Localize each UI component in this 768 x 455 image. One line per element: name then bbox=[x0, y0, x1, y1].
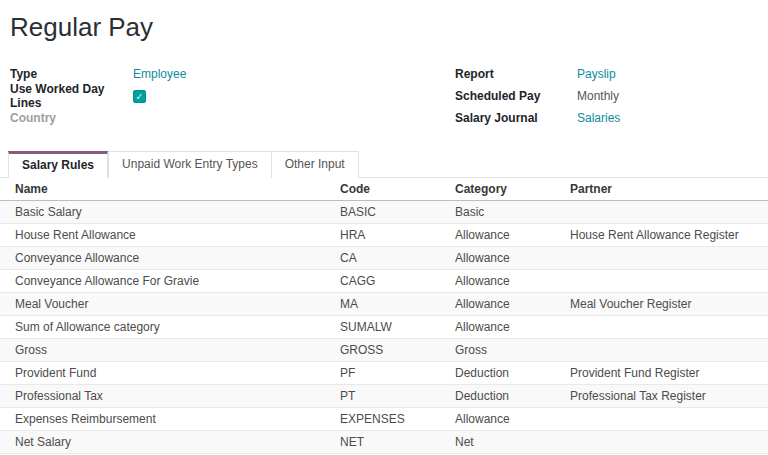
cell-name: Expenses Reimbursement bbox=[0, 408, 340, 431]
type-label: Type bbox=[10, 67, 133, 81]
cell-partner bbox=[570, 408, 768, 431]
table-row[interactable]: Basic Salary BASIC Basic bbox=[0, 201, 768, 224]
cell-name: Conveyance Allowance For Gravie bbox=[0, 270, 340, 293]
tab-unpaid-work-entry-types[interactable]: Unpaid Work Entry Types bbox=[108, 151, 272, 178]
field-use-worked-day-lines: Use Worked Day Lines ✓ bbox=[10, 85, 384, 107]
table-row[interactable]: Gross GROSS Gross bbox=[0, 339, 768, 362]
table-row[interactable]: Expenses Reimbursement EXPENSES Allowanc… bbox=[0, 408, 768, 431]
cell-code: HRA bbox=[340, 224, 455, 247]
cell-code: PF bbox=[340, 362, 455, 385]
cell-category: Basic bbox=[455, 201, 570, 224]
cell-partner: House Rent Allowance Register bbox=[570, 224, 768, 247]
cell-name: Gross bbox=[0, 339, 340, 362]
cell-category: Allowance bbox=[455, 408, 570, 431]
report-value-link[interactable]: Payslip bbox=[577, 67, 616, 81]
use-worked-day-lines-checkbox[interactable]: ✓ bbox=[133, 90, 146, 103]
cell-partner bbox=[570, 270, 768, 293]
cell-category: Allowance bbox=[455, 224, 570, 247]
cell-partner: Meal Voucher Register bbox=[570, 293, 768, 316]
cell-code: PT bbox=[340, 385, 455, 408]
column-header-category[interactable]: Category bbox=[455, 178, 570, 201]
field-group: Type Employee Use Worked Day Lines ✓ Cou… bbox=[0, 63, 768, 129]
form-sheet: Regular Pay Type Employee Use Worked Day… bbox=[0, 10, 768, 454]
type-value-link[interactable]: Employee bbox=[133, 67, 186, 81]
table-row[interactable]: Professional Tax PT Deduction Profession… bbox=[0, 385, 768, 408]
cell-code: CA bbox=[340, 247, 455, 270]
cell-partner: Provident Fund Register bbox=[570, 362, 768, 385]
cell-name: Conveyance Allowance bbox=[0, 247, 340, 270]
cell-name: House Rent Allowance bbox=[0, 224, 340, 247]
field-report: Report Payslip bbox=[455, 63, 758, 85]
cell-partner bbox=[570, 431, 768, 454]
salary-journal-label: Salary Journal bbox=[455, 111, 577, 125]
cell-category: Deduction bbox=[455, 362, 570, 385]
tab-other-input[interactable]: Other Input bbox=[272, 151, 359, 178]
page-title: Regular Pay bbox=[10, 10, 768, 44]
cell-name: Professional Tax bbox=[0, 385, 340, 408]
field-scheduled-pay: Scheduled Pay Monthly bbox=[455, 85, 758, 107]
cell-partner bbox=[570, 339, 768, 362]
field-group-right: Report Payslip Scheduled Pay Monthly Sal… bbox=[384, 63, 758, 129]
cell-name: Net Salary bbox=[0, 431, 340, 454]
cell-name: Meal Voucher bbox=[0, 293, 340, 316]
cell-category: Allowance bbox=[455, 247, 570, 270]
cell-category: Net bbox=[455, 431, 570, 454]
cell-code: CAGG bbox=[340, 270, 455, 293]
report-label: Report bbox=[455, 67, 577, 81]
scheduled-pay-value: Monthly bbox=[577, 89, 619, 103]
field-country: Country bbox=[10, 107, 384, 129]
tab-salary-rules[interactable]: Salary Rules bbox=[8, 151, 108, 178]
cell-partner bbox=[570, 247, 768, 270]
cell-name: Basic Salary bbox=[0, 201, 340, 224]
cell-code: MA bbox=[340, 293, 455, 316]
salary-rules-table: Name Code Category Partner Basic Salary … bbox=[0, 178, 768, 454]
table-row[interactable]: Meal Voucher MA Allowance Meal Voucher R… bbox=[0, 293, 768, 316]
table-row[interactable]: Conveyance Allowance CA Allowance bbox=[0, 247, 768, 270]
table-row[interactable]: House Rent Allowance HRA Allowance House… bbox=[0, 224, 768, 247]
cell-category: Allowance bbox=[455, 293, 570, 316]
cell-code: NET bbox=[340, 431, 455, 454]
field-group-left: Type Employee Use Worked Day Lines ✓ Cou… bbox=[10, 63, 384, 129]
cell-name: Sum of Allowance category bbox=[0, 316, 340, 339]
country-label: Country bbox=[10, 111, 133, 125]
column-header-partner[interactable]: Partner bbox=[570, 178, 768, 201]
column-header-name[interactable]: Name bbox=[0, 178, 340, 201]
cell-category: Allowance bbox=[455, 270, 570, 293]
use-worked-day-lines-label: Use Worked Day Lines bbox=[10, 82, 133, 110]
field-salary-journal: Salary Journal Salaries bbox=[455, 107, 758, 129]
cell-code: EXPENSES bbox=[340, 408, 455, 431]
salary-journal-value-link[interactable]: Salaries bbox=[577, 111, 620, 125]
table-row[interactable]: Net Salary NET Net bbox=[0, 431, 768, 454]
notebook-tabs: Salary Rules Unpaid Work Entry Types Oth… bbox=[0, 150, 768, 178]
table-row[interactable]: Provident Fund PF Deduction Provident Fu… bbox=[0, 362, 768, 385]
cell-category: Allowance bbox=[455, 316, 570, 339]
scheduled-pay-label: Scheduled Pay bbox=[455, 89, 577, 103]
cell-partner bbox=[570, 201, 768, 224]
cell-name: Provident Fund bbox=[0, 362, 340, 385]
cell-category: Gross bbox=[455, 339, 570, 362]
cell-partner: Professional Tax Register bbox=[570, 385, 768, 408]
column-header-code[interactable]: Code bbox=[340, 178, 455, 201]
cell-code: BASIC bbox=[340, 201, 455, 224]
cell-category: Deduction bbox=[455, 385, 570, 408]
table-row[interactable]: Conveyance Allowance For Gravie CAGG All… bbox=[0, 270, 768, 293]
cell-code: GROSS bbox=[340, 339, 455, 362]
table-header-row: Name Code Category Partner bbox=[0, 178, 768, 201]
table-row[interactable]: Sum of Allowance category SUMALW Allowan… bbox=[0, 316, 768, 339]
cell-code: SUMALW bbox=[340, 316, 455, 339]
cell-partner bbox=[570, 316, 768, 339]
